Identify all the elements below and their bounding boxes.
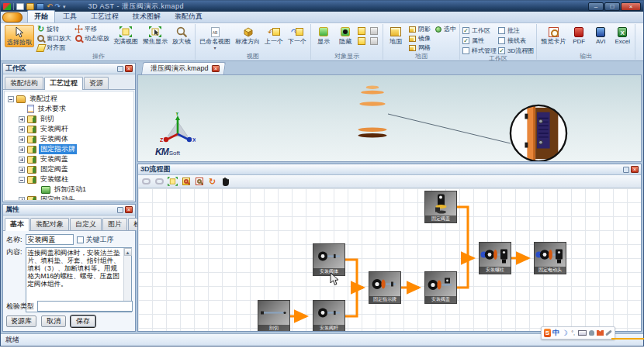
tree-item-selected[interactable]: 固定指示牌: [6, 144, 132, 154]
settings-wrench-icon[interactable]: [605, 329, 612, 337]
cancel-button[interactable]: 取消: [41, 315, 66, 327]
expand-icon[interactable]: [19, 197, 25, 202]
tab-resources[interactable]: 资源: [84, 77, 109, 89]
expand-icon[interactable]: [19, 167, 25, 173]
flow-node-fix-indicator[interactable]: 固定指示牌: [369, 271, 401, 304]
pin-icon[interactable]: [117, 207, 123, 213]
expand-icon[interactable]: [19, 116, 25, 122]
save-button[interactable]: [36, 3, 44, 10]
checkbox-properties[interactable]: 属性: [462, 36, 497, 45]
open-file-button[interactable]: [26, 3, 34, 10]
save-button[interactable]: 保存: [71, 315, 95, 327]
qat-dropdown-icon[interactable]: ▾: [63, 3, 66, 10]
properties-close-icon[interactable]: ×: [125, 206, 133, 213]
tab-tools[interactable]: 工具: [57, 11, 83, 22]
grid-button[interactable]: 网格: [407, 43, 431, 52]
flow-node-fix-electric-head[interactable]: 固定电动头: [534, 242, 566, 274]
tab-technical-illustration[interactable]: 技术图解: [126, 11, 167, 22]
named-views-dropdown-icon[interactable]: ▾: [213, 45, 216, 52]
pin-icon[interactable]: [623, 167, 629, 173]
chinese-mode-icon[interactable]: 中: [552, 329, 559, 337]
display-option-3-button[interactable]: [357, 36, 365, 45]
redo-button[interactable]: ↷: [55, 3, 61, 10]
tab-start[interactable]: 开始: [27, 10, 55, 22]
export-excel-button[interactable]: X Excel: [612, 25, 632, 46]
previous-view-button[interactable]: ↶ 上一个: [263, 25, 285, 46]
tab-process-tree[interactable]: 工艺过程: [44, 77, 83, 90]
show-button[interactable]: 显示: [313, 25, 334, 46]
rotate-canvas-icon[interactable]: ↻: [207, 177, 217, 187]
user-icon[interactable]: [588, 329, 595, 337]
document-tab[interactable]: 泄压阀演示.kmapd ×: [141, 62, 226, 74]
fit-view-button[interactable]: 充满视图: [112, 25, 140, 46]
skin-icon[interactable]: [597, 329, 604, 337]
select-pick-button[interactable]: 选择拾取: [5, 25, 34, 47]
resource-library-button[interactable]: 资源库: [6, 315, 36, 327]
tree-item[interactable]: 剖切: [6, 114, 132, 124]
flow-node-install-valve-body[interactable]: 安装阀体: [313, 243, 345, 276]
expand-icon[interactable]: [19, 136, 25, 143]
checkbox-style-manager[interactable]: 样式管理: [462, 47, 497, 55]
flow-node-install-studs[interactable]: 安装螺柱: [479, 242, 511, 274]
fit-canvas-icon[interactable]: [168, 177, 178, 187]
dynamic-zoom-button[interactable]: 动态缩放: [74, 34, 110, 43]
ground-button[interactable]: 地面: [386, 25, 406, 46]
document-close-icon[interactable]: ×: [211, 65, 219, 72]
selected-button[interactable]: 选中: [433, 25, 457, 33]
checkbox-workspace[interactable]: 工作区: [462, 26, 497, 35]
tree-item-root[interactable]: 装配过程: [6, 94, 132, 104]
viewport-3d[interactable]: Y Z X KMSoft: [137, 74, 642, 162]
display-option-4-button[interactable]: [369, 36, 378, 45]
valve-model[interactable]: [351, 84, 394, 142]
minimize-button[interactable]: –: [588, 2, 604, 11]
new-document-button[interactable]: [16, 3, 24, 10]
expand-icon[interactable]: [19, 157, 25, 163]
zoom-in-canvas-icon[interactable]: [181, 177, 191, 187]
tree-item[interactable]: 固定电动头: [6, 195, 132, 201]
flow-node-section-cut[interactable]: 剖切: [258, 300, 290, 331]
tab-process[interactable]: 工艺过程: [85, 11, 125, 22]
magnifier-button[interactable]: 放大镜: [171, 25, 192, 46]
key-process-checkbox[interactable]: 关键工序: [77, 235, 114, 245]
flowchart-close-icon[interactable]: ×: [631, 166, 639, 173]
link-tool-icon[interactable]: [141, 177, 151, 187]
checkbox-wiring-table[interactable]: 接线表: [498, 36, 534, 45]
flow-node-install-valve-cover[interactable]: 安装阀盖: [424, 271, 457, 304]
unlink-tool-icon[interactable]: [154, 177, 164, 187]
pan-button[interactable]: 平移: [74, 25, 110, 33]
mirror-button[interactable]: 镜像: [407, 34, 431, 43]
checkbox-annotation[interactable]: 批注: [498, 26, 534, 35]
tab-picture[interactable]: 图片: [102, 218, 127, 230]
checkbox-3d-flowchart[interactable]: 3D流程图: [498, 47, 534, 55]
next-view-button[interactable]: ↷ 下一个: [286, 25, 308, 46]
pin-icon[interactable]: [117, 66, 123, 72]
tree-item[interactable]: 技术要求: [6, 104, 132, 114]
window-zoom-button[interactable]: 窗口放大: [36, 34, 72, 43]
flow-node-install-valve-stem[interactable]: 安装阀杆: [313, 300, 345, 331]
named-views-button[interactable]: AB 已命名视图 ▾: [198, 25, 232, 53]
name-input[interactable]: [26, 234, 74, 245]
tree-item[interactable]: 固定阀盖: [6, 164, 132, 174]
tab-assembly-structure[interactable]: 装配结构: [5, 77, 43, 89]
soft-keyboard-icon[interactable]: [578, 329, 587, 337]
collapse-icon[interactable]: [19, 177, 25, 183]
export-pdf-button[interactable]: PDF: [569, 25, 589, 46]
flowchart-canvas[interactable]: 固定阀盖 安装阀体 固定指示牌 安装阀盖 剖切 安装阀杆 安装螺柱 固定电动头: [138, 188, 641, 331]
preview-card-button[interactable]: 预览卡片: [539, 25, 567, 46]
tree-item[interactable]: 拆卸活动1: [6, 184, 132, 195]
collapse-icon[interactable]: [8, 96, 14, 102]
tree-item[interactable]: 安装螺柱: [6, 174, 132, 184]
hide-button[interactable]: 隐藏: [335, 25, 355, 46]
sogou-logo-icon[interactable]: S: [544, 329, 551, 337]
rotate-button[interactable]: ↻旋转: [36, 25, 72, 33]
tree-item[interactable]: 安装阀盖: [6, 154, 132, 164]
expand-icon[interactable]: [19, 147, 25, 153]
workspace-close-icon[interactable]: ×: [125, 65, 133, 72]
close-button[interactable]: ×: [621, 2, 641, 11]
application-menu-button[interactable]: [2, 12, 23, 22]
export-avi-button[interactable]: AVI: [590, 25, 611, 46]
flow-node-fix-valve-cover[interactable]: 固定阀盖: [424, 191, 457, 223]
shadow-button[interactable]: 阴影: [407, 25, 431, 33]
ime-toolbar[interactable]: S 中 ☽ °,: [541, 326, 615, 340]
tab-basic[interactable]: 基本: [5, 218, 29, 231]
